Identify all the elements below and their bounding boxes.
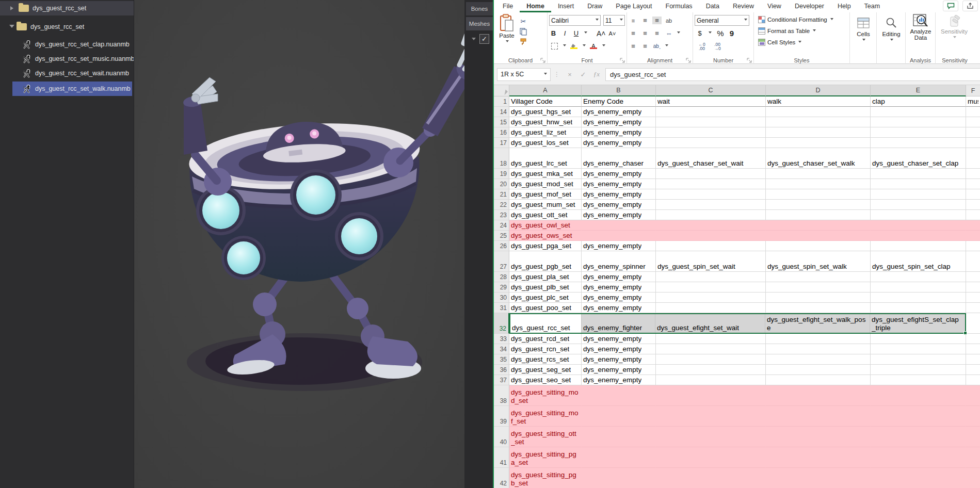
cell-B39[interactable] [582, 406, 656, 427]
row-header-35[interactable]: 35 [494, 354, 509, 365]
format-painter-icon[interactable] [518, 37, 528, 47]
insert-function-icon[interactable]: ƒx [590, 70, 603, 78]
cell-A24[interactable]: dys_guest_owl_set [509, 220, 582, 231]
ribbon-tab-help[interactable]: Help [831, 0, 858, 12]
cell-E18[interactable]: dys_guest_chaser_set_clap [871, 148, 966, 169]
cell-D1[interactable]: walk [766, 96, 871, 107]
cell-B35[interactable]: dys_enemy_empty [582, 354, 656, 365]
cell-A20[interactable]: dys_guest_mod_set [509, 179, 582, 189]
cell-F40[interactable] [966, 427, 980, 447]
tree-item-file-5[interactable]: dys_guest_rcc_set_walk.nuanmb [12, 82, 132, 96]
cell-F41[interactable] [966, 447, 980, 468]
row-header-14[interactable]: 14 [494, 107, 509, 117]
cell-E26[interactable] [871, 241, 966, 251]
tree-item-file-4[interactable]: dys_guest_rcc_set_wait.nuanmb [0, 66, 134, 80]
cell-E36[interactable] [871, 365, 966, 375]
column-header-C[interactable]: C [656, 85, 766, 96]
cell-B23[interactable]: dys_enemy_empty [582, 210, 656, 220]
cell-A1[interactable]: Villager Code [509, 96, 582, 107]
cell-A33[interactable]: dys_guest_rcd_set [509, 334, 582, 344]
cell-E32[interactable]: dys_guest_efightS_set_clap_triple [870, 314, 964, 333]
expand-arrow-icon[interactable] [9, 25, 14, 30]
cell-F38[interactable] [966, 385, 980, 406]
align-top-icon[interactable]: ≡ [629, 18, 638, 24]
row-header-31[interactable]: 31 [494, 303, 509, 313]
ribbon-tab-view[interactable]: View [761, 0, 788, 12]
cell-A36[interactable]: dys_guest_seg_set [509, 365, 582, 375]
fill-color-icon[interactable] [569, 41, 579, 52]
cell-B34[interactable]: dys_enemy_empty [582, 344, 656, 354]
row-header-38[interactable]: 38 [494, 385, 509, 406]
align-center-icon[interactable]: ≡ [640, 29, 650, 37]
bold-button[interactable]: B [549, 29, 558, 37]
cell-B29[interactable]: dys_enemy_empty [582, 282, 656, 292]
cell-E19[interactable] [871, 169, 966, 179]
cell-A29[interactable]: dys_guest_plb_set [509, 282, 582, 292]
underline-button[interactable]: U [572, 29, 581, 37]
cell-A21[interactable]: dys_guest_mof_set [509, 189, 582, 200]
cell-F27[interactable] [966, 251, 980, 272]
cell-C15[interactable] [656, 117, 766, 127]
cell-D20[interactable] [766, 179, 871, 189]
cell-A39[interactable]: dys_guest_sitting_mof_set [509, 406, 582, 427]
row-header-18[interactable]: 18 [494, 148, 509, 169]
cell-A26[interactable]: dys_guest_pga_set [509, 241, 582, 251]
cut-icon[interactable]: ✂ [518, 16, 528, 26]
comments-button[interactable] [943, 1, 958, 11]
tree-item-file-2[interactable]: dys_guest_rcc_set_clap.nuanmb [0, 37, 134, 52]
cell-B32[interactable]: dys_enemy_fighter [582, 314, 655, 333]
orientation-icon[interactable]: ab˯ [652, 43, 662, 49]
cell-A25[interactable]: dys_guest_ows_set [509, 231, 582, 241]
cell-D29[interactable] [766, 282, 871, 292]
cell-D33[interactable] [766, 334, 871, 344]
cell-B19[interactable]: dys_enemy_empty [582, 169, 656, 179]
cell-C29[interactable] [656, 282, 766, 292]
row-header-25[interactable]: 25 [494, 231, 509, 241]
currency-dropdown[interactable] [709, 31, 712, 35]
row-header-23[interactable]: 23 [494, 210, 509, 220]
cell-A15[interactable]: dys_guest_hnw_set [509, 117, 582, 127]
cell-D40[interactable] [766, 427, 871, 447]
cell-B27[interactable]: dys_enemy_spinner [582, 251, 656, 272]
row-header-1[interactable]: 1 [494, 96, 509, 107]
ribbon-tab-insert[interactable]: Insert [551, 0, 581, 12]
cell-E35[interactable] [871, 354, 966, 365]
cells-button[interactable]: Cells [852, 14, 875, 55]
cell-F24[interactable] [966, 220, 980, 231]
cell-D32[interactable]: dys_guest_efight_set_walk_pose [765, 314, 870, 333]
conditional-formatting-button[interactable]: Conditional Formatting [758, 14, 848, 25]
cell-A27[interactable]: dys_guest_pgb_set [509, 251, 582, 272]
cell-B42[interactable] [582, 468, 656, 488]
cell-D36[interactable] [766, 365, 871, 375]
borders-dropdown[interactable] [563, 44, 566, 48]
align-bottom-icon[interactable]: ≡ [652, 17, 662, 24]
cell-E30[interactable] [871, 292, 966, 303]
cell-B25[interactable] [582, 231, 656, 241]
cell-D31[interactable] [766, 303, 871, 313]
cell-D35[interactable] [766, 354, 871, 365]
cell-E34[interactable] [871, 344, 966, 354]
cell-B21[interactable]: dys_enemy_empty [582, 189, 656, 200]
cell-D34[interactable] [766, 344, 871, 354]
row-header-34[interactable]: 34 [494, 344, 509, 354]
fill-color-dropdown[interactable] [583, 44, 586, 48]
percent-icon[interactable]: % [716, 29, 725, 38]
cell-E14[interactable] [871, 107, 966, 117]
cell-C23[interactable] [656, 210, 766, 220]
cell-C18[interactable]: dys_guest_chaser_set_wait [656, 148, 766, 169]
tree-item-folder-0[interactable]: dys_guest_rcc_set [0, 1, 134, 15]
cell-B22[interactable]: dys_enemy_empty [582, 200, 656, 210]
editing-button[interactable]: Editing [878, 14, 904, 55]
cell-C20[interactable] [656, 179, 766, 189]
ribbon-tab-formulas[interactable]: Formulas [659, 0, 699, 12]
row-header-24[interactable]: 24 [494, 220, 509, 231]
cell-F19[interactable] [966, 169, 980, 179]
cell-C34[interactable] [656, 344, 766, 354]
font-size-combo[interactable]: 11 [603, 15, 625, 26]
cell-B17[interactable]: dys_enemy_empty [582, 138, 656, 148]
cell-C31[interactable] [656, 303, 766, 313]
cell-D21[interactable] [766, 189, 871, 200]
row-header-17[interactable]: 17 [494, 138, 509, 148]
row-header-40[interactable]: 40 [494, 427, 509, 447]
font-color-icon[interactable]: A [588, 41, 599, 52]
